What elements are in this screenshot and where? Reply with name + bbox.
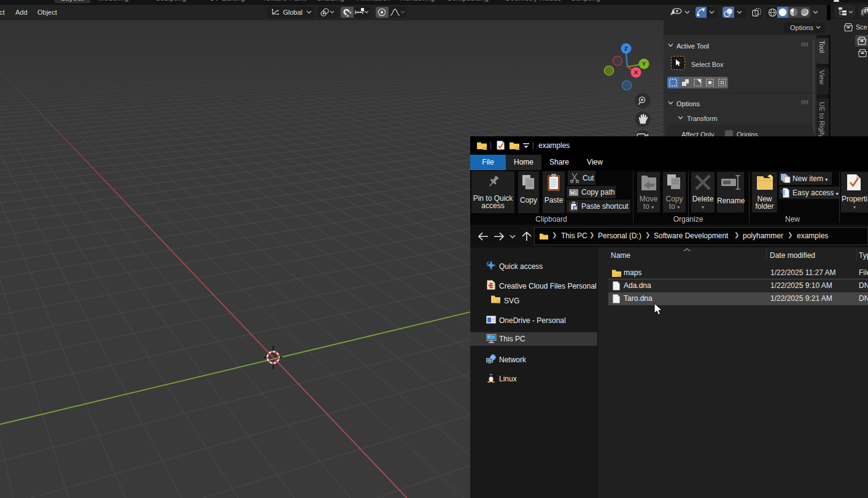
svg-text:Y: Y [642,60,646,67]
svg-text:Z: Z [624,45,628,52]
svg-text:X: X [634,69,638,76]
